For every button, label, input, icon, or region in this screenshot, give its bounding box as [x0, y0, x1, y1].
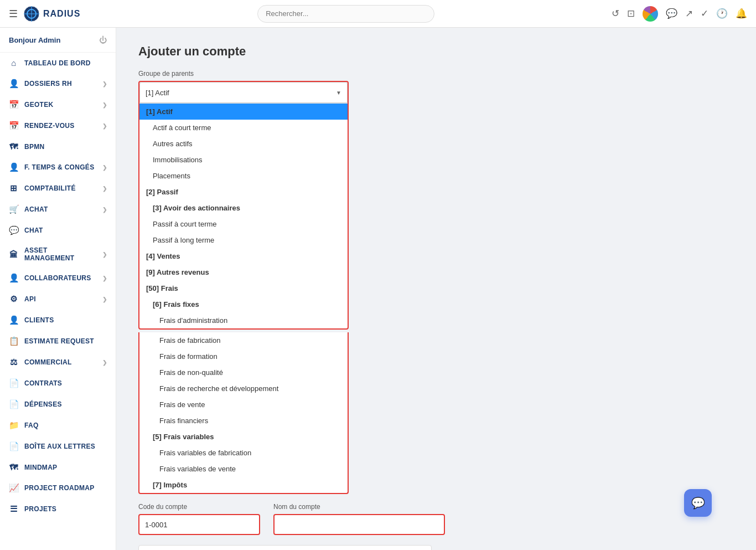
search-area — [80, 5, 612, 23]
notification-icon[interactable]: 🔔 — [736, 8, 747, 19]
check-icon[interactable]: ✓ — [701, 8, 708, 19]
chat-fab-button[interactable]: 💬 — [684, 489, 712, 517]
sidebar-label-contrats: CONTRATS — [24, 379, 62, 387]
dropdown-item-impots[interactable]: [7] Impôts — [139, 477, 348, 493]
dropdown-item-passif[interactable]: [2] Passif — [139, 184, 348, 200]
sidebar-item-api[interactable]: ⚙ API ❯ — [0, 289, 116, 310]
sidebar-item-clients[interactable]: 👤 CLIENTS — [0, 310, 116, 331]
timeoff-icon: 👤 — [9, 162, 19, 172]
sidebar-item-boite-aux-lettres[interactable]: 📄 BOÎTE AUX LETTRES — [0, 436, 116, 457]
dropdown-item-frais-financiers[interactable]: Frais financiers — [139, 413, 348, 429]
sidebar-item-bpmn[interactable]: 🗺 BPMN — [0, 136, 116, 157]
parent-group-dropdown[interactable]: [1] Actif ▼ [1] Actif Actif à court term… — [138, 81, 349, 330]
sidebar-item-faq[interactable]: 📁 FAQ — [0, 415, 116, 436]
dropdown-item-frais-variables[interactable]: [5] Frais variables — [139, 429, 348, 445]
screen-icon[interactable]: ⊡ — [627, 8, 635, 19]
sidebar-item-f-temps-conges[interactable]: 👤 F. TEMPS & CONGÉS ❯ — [0, 157, 116, 178]
dropdown-item-autres-revenus[interactable]: [9] Autres revenus — [139, 264, 348, 280]
asset-icon: 🏛 — [9, 250, 19, 259]
name-group: Nom du compte — [273, 503, 445, 535]
user-name: Bonjour Admin — [9, 36, 60, 44]
dropdown-trigger[interactable]: [1] Actif ▼ — [139, 82, 348, 103]
dropdown-item-frais[interactable]: [50] Frais — [139, 280, 348, 296]
hamburger-menu[interactable]: ☰ — [9, 8, 18, 20]
sidebar-item-project-roadmap[interactable]: 📈 PROJECT ROADMAP — [0, 477, 116, 498]
code-name-row: Code du compte Nom du compte — [138, 503, 734, 535]
nav-right: ↺ ⊡ 💬 ↗ ✓ 🕐 🔔 — [612, 6, 747, 22]
sidebar-item-asset-management[interactable]: 🏛 ASSET MANAGEMENT ❯ — [0, 241, 116, 268]
sidebar-label-chat: CHAT — [24, 227, 43, 234]
sidebar-item-collaborateurs[interactable]: 👤 COLLABORATEURS ❯ — [0, 268, 116, 289]
sidebar-user: Bonjour Admin ⏻ — [0, 28, 116, 53]
power-icon[interactable]: ⏻ — [99, 35, 107, 44]
sidebar-item-commercial[interactable]: ⚖ COMMERCIAL ❯ — [0, 352, 116, 373]
clock-icon[interactable]: 🕐 — [716, 8, 728, 19]
arrow-icon: ❯ — [102, 123, 107, 129]
extra-input-group: ℹ — [138, 545, 734, 550]
sidebar-item-comptabilite[interactable]: ⊞ COMPTABILITÉ ❯ — [0, 178, 116, 199]
arrow-icon: ❯ — [102, 207, 107, 213]
arrow-icon: ❯ — [102, 165, 107, 171]
logo[interactable]: RADIUS — [23, 6, 80, 22]
dropdown-item-frais-variables-vente[interactable]: Frais variables de vente — [139, 461, 348, 477]
dropdown-item-frais-admin[interactable]: Frais d'administration — [139, 312, 348, 328]
dropdown-item-passif-long-terme[interactable]: Passif à long terme — [139, 232, 348, 248]
dropdown-item-autres-actifs[interactable]: Autres actifs — [139, 136, 348, 152]
geotek-icon: 📅 — [9, 100, 19, 110]
sidebar-item-dossiers-rh[interactable]: 👤 DOSSIERS RH ❯ — [0, 73, 116, 94]
sidebar-label-tableau-de-bord: TABLEAU DE BORD — [24, 59, 91, 67]
dropdown-item-actif-court-terme[interactable]: Actif à court terme — [139, 120, 348, 136]
dropdown-item-passif-court-terme[interactable]: Passif à court terme — [139, 216, 348, 232]
dropdown-overflow[interactable]: Frais de fabrication Frais de formation … — [138, 332, 349, 494]
sidebar-item-rendez-vous[interactable]: 📅 RENDEZ-VOUS ❯ — [0, 115, 116, 136]
mindmap-icon: 🗺 — [9, 462, 19, 472]
sidebar-label-rendez-vous: RENDEZ-VOUS — [24, 122, 75, 130]
dropdown-item-ventes[interactable]: [4] Ventes — [139, 248, 348, 264]
name-label: Nom du compte — [273, 503, 445, 511]
sidebar-label-geotek: GEOTEK — [24, 101, 53, 109]
collaborateurs-icon: 👤 — [9, 273, 19, 283]
search-input[interactable] — [257, 5, 434, 23]
chat-icon[interactable]: 💬 — [666, 8, 677, 19]
dropdown-item-immobilisations[interactable]: Immobilisations — [139, 152, 348, 168]
dropdown-item-avoir-actionnaires[interactable]: [3] Avoir des actionnaires — [139, 200, 348, 216]
arrow-icon: ❯ — [102, 296, 107, 302]
sidebar-label-f-temps-conges: F. TEMPS & CONGÉS — [24, 163, 94, 171]
sidebar-label-achat: ACHAT — [24, 205, 48, 213]
history-icon[interactable]: ↺ — [612, 8, 619, 19]
sidebar-item-chat[interactable]: 💬 CHAT — [0, 220, 116, 241]
mail-icon: 📄 — [9, 441, 19, 451]
sidebar-label-boite-aux-lettres: BOÎTE AUX LETTRES — [24, 443, 95, 450]
share-icon[interactable]: ↗ — [685, 8, 693, 19]
name-input[interactable] — [273, 514, 445, 535]
dropdown-list[interactable]: [1] Actif Actif à court terme Autres act… — [139, 103, 348, 328]
page-title: Ajouter un compte — [138, 44, 734, 59]
sidebar-item-mindmap[interactable]: 🗺 MINDMAP — [0, 457, 116, 477]
sidebar-label-bpmn: BPMN — [24, 143, 45, 151]
sidebar-item-achat[interactable]: 🛒 ACHAT ❯ — [0, 199, 116, 220]
shopping-icon: 🛒 — [9, 204, 19, 214]
dropdown-item-frais-variables-fabrication[interactable]: Frais variables de fabrication — [139, 445, 348, 461]
dropdown-selected-value: [1] Actif — [146, 89, 169, 97]
sidebar-item-depenses[interactable]: 📄 DÉPENSES — [0, 394, 116, 415]
dropdown-item-frais-rnd[interactable]: Frais de recherche et développement — [139, 381, 348, 397]
extra-input-row: ℹ — [138, 545, 734, 550]
dropdown-item-actif[interactable]: [1] Actif — [139, 104, 348, 120]
sidebar-item-geotek[interactable]: 📅 GEOTEK ❯ — [0, 94, 116, 115]
dropdown-item-frais-fixes[interactable]: [6] Frais fixes — [139, 296, 348, 312]
sidebar-item-contrats[interactable]: 📄 CONTRATS — [0, 373, 116, 394]
dropdown-item-frais-formation[interactable]: Frais de formation — [139, 348, 348, 364]
extra-input[interactable] — [138, 545, 432, 550]
top-navigation: ☰ RADIUS ↺ ⊡ 💬 ↗ ✓ 🕐 🔔 — [0, 0, 756, 28]
dropdown-item-frais-vente[interactable]: Frais de vente — [139, 397, 348, 413]
parent-group-label: Groupe de parents — [138, 70, 734, 78]
colorwheel-icon[interactable] — [643, 6, 658, 22]
code-input[interactable] — [138, 514, 260, 535]
dropdown-item-placements[interactable]: Placements — [139, 168, 348, 184]
sidebar-item-estimate-request[interactable]: 📋 ESTIMATE REQUEST — [0, 331, 116, 352]
sidebar-item-tableau-de-bord[interactable]: ⌂ TABLEAU DE BORD — [0, 53, 116, 73]
dropdown-item-frais-non-qualite[interactable]: Frais de non-qualité — [139, 364, 348, 381]
dropdown-item-frais-fabrication[interactable]: Frais de fabrication — [139, 332, 348, 348]
content-area: Ajouter un compte Groupe de parents [1] … — [116, 28, 756, 550]
sidebar-item-projets[interactable]: ☰ PROJETS — [0, 498, 116, 520]
